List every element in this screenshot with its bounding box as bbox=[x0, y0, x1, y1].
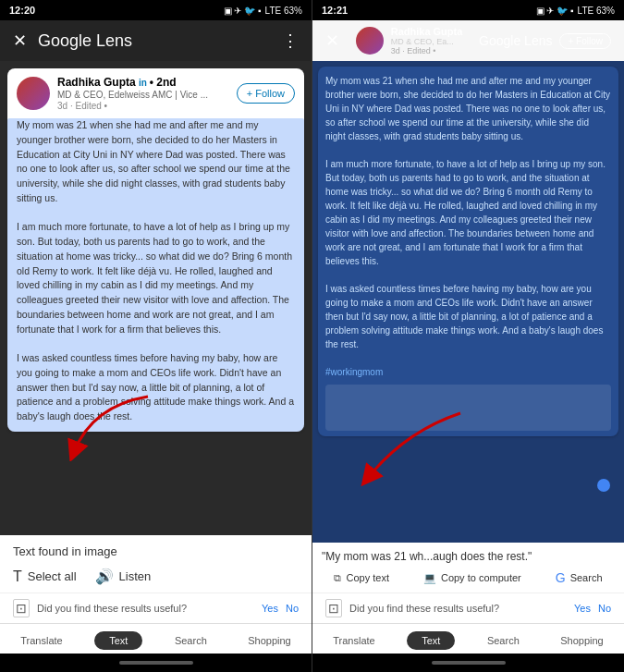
lens-header-right: ✕ Radhika Gupta MD & CEO, Ea... 3d · Edi… bbox=[312, 20, 624, 61]
more-icon-left[interactable]: ⋮ bbox=[282, 31, 299, 51]
status-icons-right: ▣ ✈ 🐦 ▪ LTE 63% bbox=[536, 6, 615, 16]
nav-bar-left: Translate Text Search Shopping bbox=[0, 623, 312, 654]
nav-search-right[interactable]: Search bbox=[478, 633, 529, 648]
post-card-right: My mom was 21 when she had me and after … bbox=[318, 67, 618, 436]
author-title-right: MD & CEO, Ea... bbox=[391, 37, 463, 46]
author-meta-right: 3d · Edited • bbox=[391, 46, 463, 55]
status-bar-right: 12:21 ▣ ✈ 🐦 ▪ LTE 63% bbox=[312, 0, 624, 20]
close-icon-right[interactable]: ✕ bbox=[325, 31, 339, 51]
bottom-panel-right: "My mom was 21 wh...augh does the rest."… bbox=[312, 543, 624, 623]
hashtag-right: #workingmom bbox=[318, 359, 618, 385]
search-button-right[interactable]: G Search bbox=[556, 570, 603, 585]
selected-preview-label: "My mom was 21 wh...augh does the rest." bbox=[312, 543, 624, 567]
home-bar-right bbox=[432, 661, 506, 665]
signal-left: LTE 63% bbox=[265, 6, 302, 16]
copy-to-computer-button[interactable]: 💻 Copy to computer bbox=[423, 572, 521, 584]
avatar-left bbox=[17, 77, 50, 110]
author-name-right: Radhika Gupta bbox=[391, 26, 463, 37]
action-row-right: ⧉ Copy text 💻 Copy to computer G Search bbox=[312, 567, 624, 593]
lens-title-left: Google Lens bbox=[38, 31, 132, 51]
nav-text-left[interactable]: Text bbox=[94, 631, 142, 650]
select-all-button[interactable]: T Select all bbox=[13, 568, 77, 585]
post-text-right: My mom was 21 when she had me and after … bbox=[318, 67, 618, 359]
home-indicator-left bbox=[0, 654, 312, 672]
nav-shopping-left[interactable]: Shopping bbox=[239, 633, 300, 648]
feedback-yes-right[interactable]: Yes bbox=[574, 603, 591, 614]
feedback-text-left: Did you find these results useful? bbox=[37, 603, 254, 614]
status-bar-left: 12:20 ▣ ✈ 🐦 ▪ LTE 63% bbox=[0, 0, 312, 20]
author-meta-left: 3d · Edited • bbox=[57, 101, 229, 111]
nav-translate-right[interactable]: Translate bbox=[324, 633, 384, 648]
nav-bar-right: Translate Text Search Shopping bbox=[312, 623, 624, 654]
home-indicator-right bbox=[312, 654, 624, 672]
select-all-icon: T bbox=[13, 568, 22, 585]
nav-shopping-right[interactable]: Shopping bbox=[551, 633, 613, 648]
nav-translate-left[interactable]: Translate bbox=[11, 633, 71, 648]
text-found-label: Text found in image bbox=[0, 535, 312, 564]
close-icon-left[interactable]: ✕ bbox=[13, 31, 27, 51]
selection-dot-right bbox=[597, 479, 610, 492]
action-row-left: T Select all 🔊 Listen bbox=[0, 564, 312, 593]
listen-button[interactable]: 🔊 Listen bbox=[95, 568, 152, 585]
nav-search-left[interactable]: Search bbox=[165, 633, 216, 648]
battery-icon-left: ▣ ✈ 🐦 ▪ bbox=[224, 6, 262, 16]
feedback-row-left: ⊡ Did you find these results useful? Yes… bbox=[0, 593, 312, 623]
feedback-icon-right: ⊡ bbox=[325, 599, 342, 617]
time-left: 12:20 bbox=[9, 5, 35, 16]
home-bar-left bbox=[119, 661, 193, 665]
bottom-panel-left: Text found in image T Select all 🔊 Liste… bbox=[0, 535, 312, 623]
copy-computer-icon: 💻 bbox=[423, 572, 436, 584]
author-title-left: MD & CEO, Edelweiss AMC | Vice ... bbox=[57, 89, 229, 101]
linkedin-icon-left: in bbox=[139, 78, 150, 88]
feedback-icon-left: ⊡ bbox=[13, 599, 30, 617]
copy-text-button[interactable]: ⧉ Copy text bbox=[334, 572, 388, 584]
feedback-row-right: ⊡ Did you find these results useful? Yes… bbox=[312, 593, 624, 623]
copy-text-icon: ⧉ bbox=[334, 572, 341, 584]
feedback-text-right: Did you find these results useful? bbox=[349, 603, 567, 614]
feedback-no-left[interactable]: No bbox=[286, 603, 299, 614]
right-panel: 12:21 ▣ ✈ 🐦 ▪ LTE 63% ✕ Radhika Gupta MD… bbox=[312, 0, 624, 672]
lens-header-left: ✕ Google Lens ⋮ bbox=[0, 20, 312, 61]
nav-text-right[interactable]: Text bbox=[407, 631, 455, 650]
avatar-right bbox=[356, 27, 384, 55]
signal-right: LTE 63% bbox=[578, 6, 615, 16]
left-panel: 12:20 ▣ ✈ 🐦 ▪ LTE 63% ✕ Google Lens ⋮ Ra… bbox=[0, 0, 312, 672]
image-area-left: Radhika Gupta in • 2nd MD & CEO, Edelwei… bbox=[0, 61, 312, 535]
time-right: 12:21 bbox=[322, 5, 348, 16]
follow-button-right[interactable]: + Follow bbox=[559, 33, 611, 49]
google-icon-right: G bbox=[556, 570, 566, 585]
post-card-left: Radhika Gupta in • 2nd MD & CEO, Edelwei… bbox=[7, 68, 304, 432]
status-icons-left: ▣ ✈ 🐦 ▪ LTE 63% bbox=[224, 6, 302, 16]
image-area-right: My mom was 21 when she had me and after … bbox=[312, 61, 624, 543]
post-image-right bbox=[325, 385, 611, 431]
battery-icon-right: ▣ ✈ 🐦 ▪ bbox=[536, 6, 574, 16]
feedback-yes-left[interactable]: Yes bbox=[262, 603, 278, 614]
feedback-no-right[interactable]: No bbox=[598, 603, 611, 614]
author-name-left: Radhika Gupta in • 2nd bbox=[57, 76, 229, 89]
post-header-left: Radhika Gupta in • 2nd MD & CEO, Edelwei… bbox=[7, 68, 304, 118]
author-info-left: Radhika Gupta in • 2nd MD & CEO, Edelwei… bbox=[57, 76, 229, 111]
post-text-left: My mom was 21 when she had me and after … bbox=[7, 118, 304, 432]
lens-title-right: Google Lens bbox=[479, 33, 552, 48]
follow-button-left[interactable]: + Follow bbox=[237, 83, 295, 104]
listen-icon: 🔊 bbox=[95, 568, 114, 585]
